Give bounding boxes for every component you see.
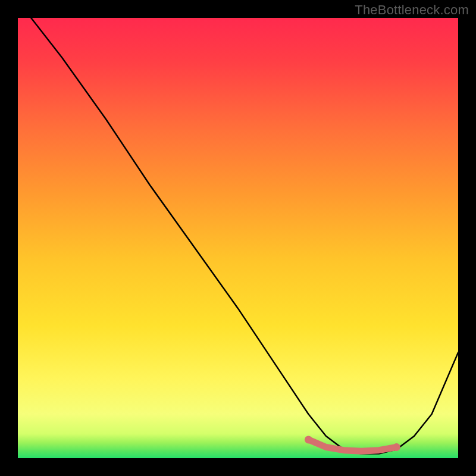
plot-background — [18, 18, 458, 458]
watermark-text: TheBottleneck.com — [355, 2, 469, 18]
chart-container: TheBottleneck.com — [0, 0, 476, 476]
highlight-endpoint — [393, 443, 400, 451]
highlight-endpoint — [305, 436, 312, 443]
bottleneck-chart — [0, 0, 476, 476]
